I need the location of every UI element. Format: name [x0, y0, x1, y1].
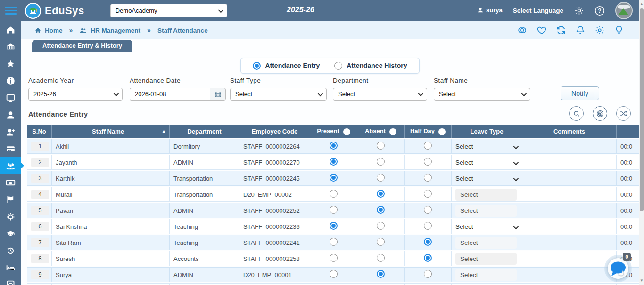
- sidebar-item-home[interactable]: [0, 21, 21, 38]
- sidebar-item-money[interactable]: [0, 174, 21, 191]
- col-half-day[interactable]: Half Day: [405, 125, 452, 138]
- hamburger-menu-icon[interactable]: [0, 7, 21, 15]
- col-department[interactable]: Department: [170, 125, 239, 138]
- sidebar-item-user[interactable]: [0, 106, 21, 123]
- absent-radio[interactable]: [377, 142, 385, 150]
- profile-avatar[interactable]: [615, 2, 633, 19]
- half-radio[interactable]: [424, 174, 432, 182]
- staff-type-select[interactable]: Select: [230, 88, 327, 101]
- scroll-down-icon[interactable]: ▼: [639, 277, 644, 284]
- present-radio[interactable]: [330, 222, 338, 230]
- bulb-icon[interactable]: [614, 25, 624, 35]
- sidebar-item-flag[interactable]: [0, 191, 21, 208]
- present-all-radio[interactable]: [343, 128, 350, 135]
- sidebar-item-monitor[interactable]: [0, 89, 21, 106]
- department-select[interactable]: Select: [333, 88, 427, 101]
- present-radio[interactable]: [330, 270, 338, 278]
- present-radio[interactable]: [330, 174, 338, 182]
- breadcrumb-home[interactable]: Home: [34, 27, 63, 34]
- sidebar-item-info[interactable]: [0, 72, 21, 89]
- refresh-icon[interactable]: [556, 25, 566, 35]
- chat-widget[interactable]: 0: [603, 254, 634, 284]
- half-radio[interactable]: [424, 238, 432, 246]
- absent-radio[interactable]: [377, 206, 385, 214]
- leave-type-select[interactable]: Select: [455, 159, 518, 166]
- half-radio[interactable]: [424, 270, 432, 278]
- scrollbar-thumb[interactable]: [640, 8, 644, 211]
- target-button[interactable]: [593, 106, 607, 121]
- present-radio[interactable]: [330, 190, 338, 198]
- half-radio[interactable]: [424, 158, 432, 166]
- heart-icon[interactable]: [537, 25, 547, 35]
- half-radio[interactable]: [424, 222, 432, 230]
- present-radio[interactable]: [330, 238, 338, 246]
- col-time[interactable]: [617, 125, 639, 138]
- attendance-date-input[interactable]: 2026-01-08: [130, 88, 210, 101]
- sidebar-item-users[interactable]: [0, 157, 21, 174]
- sidebar-item-bed[interactable]: [0, 259, 21, 276]
- sidebar-item-id-card[interactable]: [0, 140, 21, 157]
- col-staff-name[interactable]: Staff Name▲: [52, 125, 170, 138]
- half-day-all-radio[interactable]: [438, 128, 446, 135]
- scroll-up-icon[interactable]: ▲: [639, 1, 644, 8]
- half-radio[interactable]: [424, 142, 432, 150]
- academic-year-select[interactable]: 2025-26: [28, 88, 123, 101]
- comments-cell[interactable]: [522, 171, 617, 186]
- present-radio[interactable]: [330, 254, 338, 262]
- comments-cell[interactable]: [522, 139, 617, 154]
- staff-name-select[interactable]: Select: [434, 88, 530, 101]
- leave-type-select[interactable]: Select: [455, 175, 518, 182]
- academy-select[interactable]: DemoAcademy: [110, 4, 227, 17]
- col-leave-type[interactable]: Leave Type: [452, 125, 522, 138]
- leave-type-select[interactable]: Select: [455, 223, 518, 230]
- help-icon[interactable]: ?: [594, 6, 605, 16]
- absent-radio[interactable]: [377, 222, 385, 230]
- present-radio[interactable]: [330, 206, 338, 214]
- comments-cell[interactable]: [522, 251, 617, 266]
- sidebar-item-history[interactable]: [0, 242, 21, 259]
- absent-radio[interactable]: [377, 254, 385, 262]
- breadcrumb-hr-management[interactable]: HR Management: [79, 27, 140, 34]
- sidebar-item-washer[interactable]: [0, 276, 21, 285]
- comments-cell[interactable]: [522, 155, 617, 170]
- comments-cell[interactable]: [522, 267, 617, 282]
- comments-cell[interactable]: [522, 235, 617, 250]
- col-employee-code[interactable]: Employee Code: [239, 125, 310, 138]
- select-language-link[interactable]: Select Language: [513, 7, 563, 14]
- present-radio[interactable]: [330, 158, 338, 166]
- sidebar-item-settings-sun[interactable]: [0, 208, 21, 225]
- absent-radio[interactable]: [377, 190, 385, 198]
- absent-all-radio[interactable]: [389, 128, 396, 135]
- comments-cell[interactable]: [522, 283, 617, 285]
- user-menu[interactable]: surya: [477, 7, 503, 15]
- bell-icon[interactable]: [575, 25, 586, 35]
- shuffle-button[interactable]: [616, 106, 631, 121]
- absent-radio[interactable]: [377, 174, 385, 182]
- radio-attendance-entry[interactable]: Attendance Entry: [253, 62, 320, 70]
- sidebar-item-graduation-cap[interactable]: [0, 225, 21, 242]
- gear-icon[interactable]: [594, 25, 605, 35]
- vertical-scrollbar[interactable]: ▲ ▼: [639, 0, 644, 285]
- tab-attendance-entry-history[interactable]: Attendance Entry & History: [32, 40, 132, 52]
- radio-icon[interactable]: [253, 62, 261, 70]
- calendar-button[interactable]: [210, 88, 226, 101]
- absent-radio[interactable]: [377, 270, 385, 278]
- search-button[interactable]: [569, 106, 584, 121]
- absent-radio[interactable]: [377, 158, 385, 166]
- radio-icon[interactable]: [334, 62, 342, 70]
- sidebar-item-user-plus[interactable]: [0, 123, 21, 140]
- comments-cell[interactable]: [522, 203, 617, 218]
- present-radio[interactable]: [330, 142, 338, 150]
- comments-cell[interactable]: [522, 219, 617, 234]
- col-comments[interactable]: Comments: [522, 125, 617, 138]
- half-radio[interactable]: [424, 254, 432, 262]
- half-radio[interactable]: [424, 206, 432, 214]
- col-sno[interactable]: S.No: [27, 125, 52, 138]
- sidebar-item-star[interactable]: [0, 55, 21, 72]
- leave-type-select[interactable]: Select: [455, 143, 518, 150]
- sidebar-item-institution[interactable]: [0, 38, 21, 55]
- radio-attendance-history[interactable]: Attendance History: [334, 62, 407, 70]
- sort-asc-icon[interactable]: ▲: [161, 128, 166, 134]
- col-absent[interactable]: Absent: [357, 125, 405, 138]
- col-present[interactable]: Present: [310, 125, 357, 138]
